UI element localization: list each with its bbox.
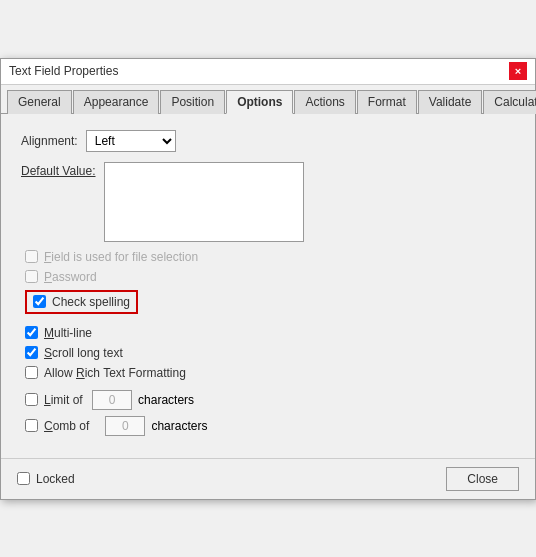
file-selection-checkbox[interactable] bbox=[25, 250, 38, 263]
dialog: Text Field Properties × General Appearan… bbox=[0, 58, 536, 500]
limit-of-checkbox[interactable] bbox=[25, 393, 38, 406]
title-bar: Text Field Properties × bbox=[1, 59, 535, 85]
tab-actions[interactable]: Actions bbox=[294, 90, 355, 114]
tab-calculate[interactable]: Calculate bbox=[483, 90, 536, 114]
locked-row: Locked bbox=[17, 472, 75, 486]
footer: Locked Close bbox=[1, 458, 535, 499]
tab-format[interactable]: Format bbox=[357, 90, 417, 114]
limit-of-input[interactable] bbox=[92, 390, 132, 410]
dialog-title: Text Field Properties bbox=[9, 64, 118, 78]
tab-bar: General Appearance Position Options Acti… bbox=[1, 85, 535, 114]
alignment-select[interactable]: Left Center Right bbox=[86, 130, 176, 152]
password-row: Password bbox=[21, 270, 515, 284]
check-spelling-row: Check spelling bbox=[25, 290, 138, 314]
password-checkbox[interactable] bbox=[25, 270, 38, 283]
tab-position[interactable]: Position bbox=[160, 90, 225, 114]
rich-text-row: Allow Rich Text Formatting bbox=[21, 366, 515, 380]
limit-of-suffix: characters bbox=[138, 393, 194, 407]
comb-of-checkbox[interactable] bbox=[25, 419, 38, 432]
tab-content: Alignment: Left Center Right Default Val… bbox=[1, 114, 535, 458]
scroll-long-text-label: Scroll long text bbox=[44, 346, 123, 360]
close-button[interactable]: Close bbox=[446, 467, 519, 491]
check-spelling-checkbox[interactable] bbox=[33, 295, 46, 308]
default-value-row: Default Value: bbox=[21, 162, 515, 242]
locked-checkbox[interactable] bbox=[17, 472, 30, 485]
alignment-row: Alignment: Left Center Right bbox=[21, 130, 515, 152]
alignment-label: Alignment: bbox=[21, 134, 78, 148]
scroll-long-text-checkbox[interactable] bbox=[25, 346, 38, 359]
file-selection-label: Field is used for file selection bbox=[44, 250, 198, 264]
password-label: Password bbox=[44, 270, 97, 284]
comb-of-label: Comb of bbox=[44, 419, 89, 433]
tab-appearance[interactable]: Appearance bbox=[73, 90, 160, 114]
tab-options[interactable]: Options bbox=[226, 90, 293, 114]
comb-of-row: Comb of characters bbox=[21, 416, 515, 436]
rich-text-checkbox[interactable] bbox=[25, 366, 38, 379]
close-button-label: Close bbox=[467, 472, 498, 486]
check-spelling-label: Check spelling bbox=[52, 295, 130, 309]
rich-text-label: Allow Rich Text Formatting bbox=[44, 366, 186, 380]
comb-of-input[interactable] bbox=[105, 416, 145, 436]
multi-line-checkbox[interactable] bbox=[25, 326, 38, 339]
tab-validate[interactable]: Validate bbox=[418, 90, 482, 114]
limit-of-row: Limit of characters bbox=[21, 390, 515, 410]
title-close-button[interactable]: × bbox=[509, 62, 527, 80]
default-value-textarea[interactable] bbox=[104, 162, 304, 242]
check-spelling-wrapper: Check spelling bbox=[21, 290, 515, 320]
scroll-long-text-row: Scroll long text bbox=[21, 346, 515, 360]
default-value-label: Default Value: bbox=[21, 162, 96, 178]
comb-of-suffix: characters bbox=[151, 419, 207, 433]
file-selection-row: Field is used for file selection bbox=[21, 250, 515, 264]
multi-line-label: Multi-line bbox=[44, 326, 92, 340]
tab-general[interactable]: General bbox=[7, 90, 72, 114]
limit-of-label: Limit of bbox=[44, 393, 83, 407]
multi-line-row: Multi-line bbox=[21, 326, 515, 340]
locked-label: Locked bbox=[36, 472, 75, 486]
